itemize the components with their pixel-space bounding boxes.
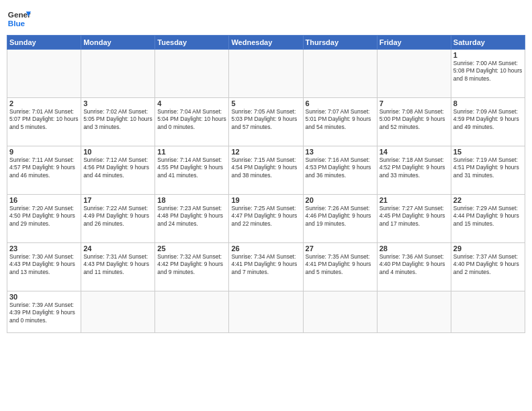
day-info: Sunrise: 7:23 AM Sunset: 4:48 PM Dayligh… — [157, 205, 226, 228]
calendar-cell — [377, 291, 451, 333]
col-header-wednesday: Wednesday — [229, 36, 303, 50]
col-header-sunday: Sunday — [7, 36, 81, 50]
day-info: Sunrise: 7:32 AM Sunset: 4:42 PM Dayligh… — [157, 253, 226, 276]
day-number: 10 — [83, 148, 152, 156]
calendar-cell: 25Sunrise: 7:32 AM Sunset: 4:42 PM Dayli… — [155, 243, 229, 291]
week-row-1: 1Sunrise: 7:00 AM Sunset: 5:08 PM Daylig… — [7, 50, 525, 98]
calendar-cell: 11Sunrise: 7:14 AM Sunset: 4:55 PM Dayli… — [155, 146, 229, 195]
day-info: Sunrise: 7:22 AM Sunset: 4:49 PM Dayligh… — [83, 205, 152, 228]
calendar-cell — [155, 50, 229, 98]
day-info: Sunrise: 7:39 AM Sunset: 4:39 PM Dayligh… — [9, 302, 79, 324]
day-number: 28 — [380, 244, 449, 253]
week-row-2: 2Sunrise: 7:01 AM Sunset: 5:07 PM Daylig… — [7, 98, 525, 146]
day-number: 7 — [380, 99, 449, 107]
calendar-cell: 30Sunrise: 7:39 AM Sunset: 4:39 PM Dayli… — [7, 291, 81, 333]
calendar-cell: 15Sunrise: 7:19 AM Sunset: 4:51 PM Dayli… — [451, 146, 525, 195]
calendar-cell: 28Sunrise: 7:36 AM Sunset: 4:40 PM Dayli… — [377, 243, 451, 291]
day-info: Sunrise: 7:29 AM Sunset: 4:44 PM Dayligh… — [453, 205, 523, 228]
day-info: Sunrise: 7:02 AM Sunset: 5:05 PM Dayligh… — [83, 108, 152, 131]
logo-icon: General Blue — [7, 7, 31, 31]
day-info: Sunrise: 7:09 AM Sunset: 4:59 PM Dayligh… — [453, 108, 523, 131]
calendar-cell — [229, 50, 303, 98]
calendar-cell: 22Sunrise: 7:29 AM Sunset: 4:44 PM Dayli… — [451, 195, 525, 243]
calendar-cell: 23Sunrise: 7:30 AM Sunset: 4:43 PM Dayli… — [7, 243, 81, 291]
day-number: 17 — [83, 196, 152, 204]
calendar-cell: 24Sunrise: 7:31 AM Sunset: 4:43 PM Dayli… — [81, 243, 155, 291]
svg-text:General: General — [8, 10, 31, 19]
day-number: 29 — [453, 244, 523, 253]
calendar-cell — [229, 291, 303, 333]
day-number: 26 — [231, 244, 300, 253]
logo: General Blue — [7, 7, 31, 31]
day-number: 27 — [306, 244, 375, 253]
day-number: 25 — [157, 244, 226, 253]
calendar-cell: 20Sunrise: 7:26 AM Sunset: 4:46 PM Dayli… — [303, 195, 377, 243]
svg-text:Blue: Blue — [8, 19, 26, 28]
day-info: Sunrise: 7:11 AM Sunset: 4:57 PM Dayligh… — [9, 156, 79, 179]
col-header-friday: Friday — [377, 36, 451, 50]
col-header-saturday: Saturday — [451, 36, 525, 50]
day-number: 13 — [306, 148, 375, 156]
day-number: 6 — [306, 99, 375, 107]
day-info: Sunrise: 7:00 AM Sunset: 5:08 PM Dayligh… — [453, 60, 523, 83]
day-info: Sunrise: 7:05 AM Sunset: 5:03 PM Dayligh… — [231, 108, 300, 131]
calendar-cell: 8Sunrise: 7:09 AM Sunset: 4:59 PM Daylig… — [451, 98, 525, 146]
calendar-header-row: SundayMondayTuesdayWednesdayThursdayFrid… — [7, 36, 525, 50]
day-number: 18 — [157, 196, 226, 204]
calendar-cell — [155, 291, 229, 333]
day-number: 21 — [380, 196, 449, 204]
calendar-cell: 1Sunrise: 7:00 AM Sunset: 5:08 PM Daylig… — [451, 50, 525, 98]
day-number: 20 — [306, 196, 375, 204]
day-info: Sunrise: 7:20 AM Sunset: 4:50 PM Dayligh… — [9, 205, 79, 228]
day-number: 1 — [453, 51, 523, 59]
day-info: Sunrise: 7:18 AM Sunset: 4:52 PM Dayligh… — [380, 156, 449, 179]
day-info: Sunrise: 7:15 AM Sunset: 4:54 PM Dayligh… — [231, 156, 300, 179]
day-number: 5 — [231, 99, 300, 107]
col-header-monday: Monday — [81, 36, 155, 50]
day-number: 11 — [157, 148, 226, 156]
day-info: Sunrise: 7:30 AM Sunset: 4:43 PM Dayligh… — [9, 253, 79, 276]
day-info: Sunrise: 7:04 AM Sunset: 5:04 PM Dayligh… — [157, 108, 226, 131]
calendar-cell: 3Sunrise: 7:02 AM Sunset: 5:05 PM Daylig… — [81, 98, 155, 146]
calendar-cell: 27Sunrise: 7:35 AM Sunset: 4:41 PM Dayli… — [303, 243, 377, 291]
day-info: Sunrise: 7:36 AM Sunset: 4:40 PM Dayligh… — [380, 253, 449, 276]
calendar-cell — [377, 50, 451, 98]
calendar-cell: 17Sunrise: 7:22 AM Sunset: 4:49 PM Dayli… — [81, 195, 155, 243]
calendar-cell: 16Sunrise: 7:20 AM Sunset: 4:50 PM Dayli… — [7, 195, 81, 243]
day-info: Sunrise: 7:27 AM Sunset: 4:45 PM Dayligh… — [380, 205, 449, 228]
day-number: 30 — [9, 293, 79, 301]
week-row-3: 9Sunrise: 7:11 AM Sunset: 4:57 PM Daylig… — [7, 146, 525, 195]
day-info: Sunrise: 7:37 AM Sunset: 4:40 PM Dayligh… — [453, 253, 523, 276]
day-number: 3 — [83, 99, 152, 107]
week-row-4: 16Sunrise: 7:20 AM Sunset: 4:50 PM Dayli… — [7, 195, 525, 243]
day-number: 4 — [157, 99, 226, 107]
calendar-cell — [303, 50, 377, 98]
calendar-cell: 9Sunrise: 7:11 AM Sunset: 4:57 PM Daylig… — [7, 146, 81, 195]
page: General Blue SundayMondayTuesdayWednesda… — [0, 0, 532, 411]
calendar-cell — [81, 50, 155, 98]
calendar-cell: 26Sunrise: 7:34 AM Sunset: 4:41 PM Dayli… — [229, 243, 303, 291]
day-info: Sunrise: 7:25 AM Sunset: 4:47 PM Dayligh… — [231, 205, 300, 228]
day-info: Sunrise: 7:19 AM Sunset: 4:51 PM Dayligh… — [453, 156, 523, 179]
day-info: Sunrise: 7:16 AM Sunset: 4:53 PM Dayligh… — [306, 156, 375, 179]
calendar-cell: 7Sunrise: 7:08 AM Sunset: 5:00 PM Daylig… — [377, 98, 451, 146]
day-number: 16 — [9, 196, 79, 204]
day-info: Sunrise: 7:35 AM Sunset: 4:41 PM Dayligh… — [306, 253, 375, 276]
calendar-cell: 14Sunrise: 7:18 AM Sunset: 4:52 PM Dayli… — [377, 146, 451, 195]
week-row-6: 30Sunrise: 7:39 AM Sunset: 4:39 PM Dayli… — [7, 291, 525, 333]
day-number: 14 — [380, 148, 449, 156]
calendar-cell — [451, 291, 525, 333]
day-info: Sunrise: 7:14 AM Sunset: 4:55 PM Dayligh… — [157, 156, 226, 179]
calendar-cell: 13Sunrise: 7:16 AM Sunset: 4:53 PM Dayli… — [303, 146, 377, 195]
day-number: 19 — [231, 196, 300, 204]
day-number: 2 — [9, 99, 79, 107]
day-number: 22 — [453, 196, 523, 204]
day-number: 8 — [453, 99, 523, 107]
header: General Blue — [7, 7, 525, 31]
day-number: 9 — [9, 148, 79, 156]
day-info: Sunrise: 7:31 AM Sunset: 4:43 PM Dayligh… — [83, 253, 152, 276]
calendar-cell — [303, 291, 377, 333]
day-info: Sunrise: 7:07 AM Sunset: 5:01 PM Dayligh… — [306, 108, 375, 131]
day-number: 15 — [453, 148, 523, 156]
calendar-cell — [81, 291, 155, 333]
